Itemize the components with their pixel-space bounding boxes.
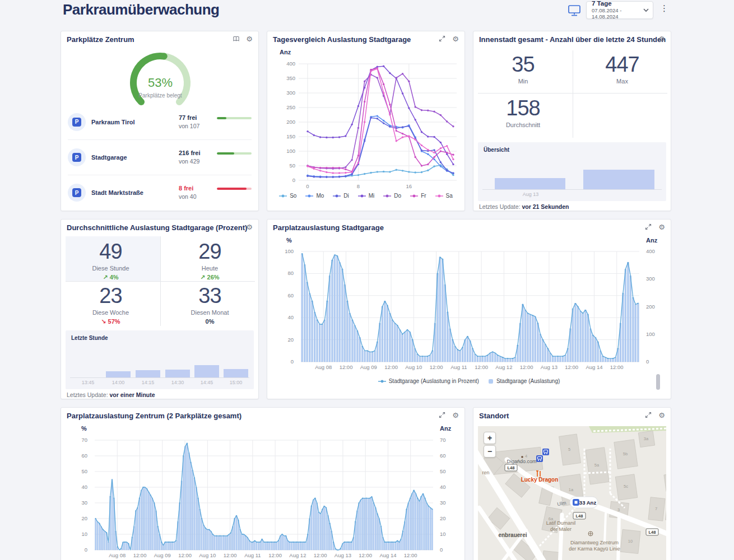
svg-text:10: 10 (81, 531, 87, 537)
svg-text:Aug 14: Aug 14 (379, 552, 396, 558)
stat-max: 447 Max (573, 54, 672, 85)
svg-text:300: 300 (286, 90, 295, 96)
parking-row-tirol[interactable]: P Parkraum Tirol 77 frei von 107 (68, 104, 252, 139)
gear-icon[interactable]: ⚙ (658, 411, 666, 419)
parking-icon: P (72, 118, 81, 127)
svg-text:100: 100 (285, 248, 294, 254)
stat-min: 35 Min (473, 54, 573, 85)
svg-text:1a: 1a (569, 487, 574, 492)
gear-icon[interactable]: ⚙ (658, 35, 666, 43)
parking-avatar: P (68, 148, 86, 166)
svg-text:30: 30 (81, 500, 87, 506)
stat-diese-stunde: 49 Diese Stunde ↗ 4% (61, 241, 160, 281)
overview-bar (495, 178, 565, 189)
stat-diesen-monat: 33 Diesen Monat 0% (160, 285, 259, 325)
bus-stop-icon (536, 455, 543, 462)
svg-text:40: 40 (440, 484, 446, 490)
time-range-label: 7 Tage (592, 0, 643, 7)
overview-mini-chart: Übersicht Aug 13 (478, 142, 666, 201)
chart-legend: SoMoDiMiDoFrSa (267, 193, 464, 199)
parking-avatar: P (68, 113, 86, 131)
free-count: 8 frei (179, 184, 213, 193)
legend-item-so[interactable]: So (279, 193, 296, 199)
svg-text:ren: ren (482, 470, 489, 475)
mini-x-label: 15:00 (230, 380, 243, 385)
legend-item-mo[interactable]: Mo (305, 193, 324, 199)
svg-text:12:00: 12:00 (384, 364, 398, 370)
svg-text:60: 60 (440, 452, 446, 459)
svg-text:400: 400 (646, 248, 655, 254)
utilization-chart: 706050403020100706050403020100Aug 0812:0… (61, 408, 464, 560)
svg-text:3: 3 (617, 507, 620, 512)
occupancy-meter (217, 188, 252, 190)
svg-text:30: 30 (440, 500, 446, 506)
page-title: Parkraumüberwachung (63, 1, 219, 18)
last-hour-mini-chart: Letzte Stunde 13:4514:0014:1514:3014:451… (66, 330, 254, 389)
svg-text:50: 50 (440, 468, 446, 474)
svg-text:0: 0 (646, 358, 649, 365)
dashboard-menu-button[interactable]: ⋮ (660, 3, 668, 13)
svg-text:12:00: 12:00 (475, 364, 488, 370)
legend-item-sa[interactable]: Sa (435, 193, 453, 199)
svg-text:Lucky Dragon: Lucky Dragon (521, 477, 559, 483)
svg-text:60: 60 (287, 292, 294, 298)
svg-text:5b: 5b (623, 451, 628, 456)
panel-tagesvergleich: Tagesvergleich Auslastung Stadtgarage ⚙ … (267, 31, 465, 211)
parking-avatar: P (68, 184, 86, 202)
svg-text:53%: 53% (148, 76, 173, 90)
svg-text:300: 300 (646, 276, 655, 282)
svg-text:350: 350 (286, 75, 295, 81)
last-hour-bar (194, 365, 219, 377)
tv-mode-button[interactable] (568, 4, 581, 17)
total-count: von 40 (179, 193, 213, 200)
poi-dot (521, 456, 523, 458)
svg-text:80: 80 (287, 270, 294, 276)
legend-item-fr[interactable]: Fr (410, 193, 426, 199)
svg-text:Digando.com: Digando.com (507, 459, 536, 464)
road-badge: L48 (505, 464, 517, 471)
svg-text:Diamantweg Zentrum: Diamantweg Zentrum (570, 540, 619, 545)
panel-parkplaetze-zentrum: Parkplätze Zentrum ⚙ 53%Parkplätze beleg… (61, 31, 259, 211)
svg-text:Latif Dumanil: Latif Dumanil (546, 520, 576, 526)
panel-links-icon[interactable] (232, 35, 240, 43)
mini-x-label: 14:15 (142, 380, 155, 385)
gear-icon[interactable]: ⚙ (245, 223, 253, 231)
svg-text:5a: 5a (594, 463, 600, 468)
parking-row-stadtgarage[interactable]: P Stadtgarage 216 frei von 429 (68, 139, 252, 175)
svg-text:0: 0 (292, 177, 295, 183)
parking-row-marktstrasse[interactable]: P Stadt Marktstraße 8 frei von 40 (68, 175, 252, 210)
divider (66, 281, 255, 282)
time-range-picker[interactable]: 7 Tage 07.08.2024 - 14.08.2024 (586, 1, 653, 19)
map-zoom-out-button[interactable]: − (484, 445, 496, 458)
svg-text:10: 10 (628, 539, 633, 544)
svg-text:70: 70 (81, 437, 87, 443)
expand-icon[interactable] (644, 411, 652, 419)
svg-text:20: 20 (287, 337, 294, 343)
svg-text:12:00: 12:00 (133, 552, 147, 558)
svg-text:Aug 13: Aug 13 (335, 552, 351, 558)
map-data-marker[interactable]: 33 Anz (570, 497, 598, 508)
legend-item-mi[interactable]: Mi (358, 193, 375, 199)
day-comparison-chart: 4003503002502001501005000816 (267, 31, 464, 211)
utilization-chart: 1008060402004003002001000Aug 0812:00Aug … (267, 220, 671, 399)
gear-icon[interactable]: ⚙ (245, 35, 253, 43)
svg-text:der Maler: der Maler (550, 526, 572, 532)
svg-text:16: 16 (406, 183, 412, 189)
legend-item-do[interactable]: Do (383, 193, 401, 199)
svg-text:50: 50 (81, 468, 87, 474)
svg-text:Aug 10: Aug 10 (199, 552, 216, 558)
legend-item-di[interactable]: Di (333, 193, 349, 199)
svg-text:8: 8 (357, 183, 360, 189)
svg-text:0: 0 (440, 547, 443, 553)
svg-text:33 Anz: 33 Anz (579, 500, 597, 506)
total-count: von 107 (179, 122, 213, 130)
svg-text:Aug 09: Aug 09 (154, 552, 171, 558)
scrollbar-thumb[interactable] (656, 374, 660, 390)
map[interactable]: + − 4455a5b3a1a5c37106aL48L48L48Digando.… (478, 426, 666, 560)
panel-title: Parkplätze Zentrum (67, 35, 134, 44)
legend-item-auslastung[interactable]: Stadtgarage (Auslastung) (488, 378, 560, 384)
map-zoom-in-button[interactable]: + (484, 432, 496, 444)
svg-text:60: 60 (81, 452, 87, 459)
legend-item-prozent[interactable]: Stadtgarage (Auslastung in Prozent) (378, 378, 479, 384)
panel-durchschnitt: Durchschnittliche Auslastung Stadtgarage… (61, 219, 259, 399)
